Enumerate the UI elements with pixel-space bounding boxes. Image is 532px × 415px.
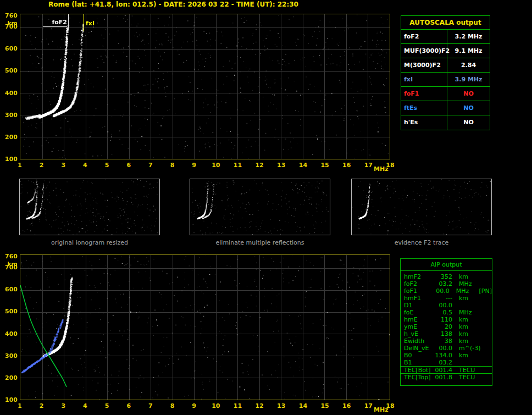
y-axis-unit: km — [3, 261, 18, 268]
aip-row-unit: m^(-3) — [452, 345, 479, 352]
aip-row: hmF1---km — [401, 295, 492, 302]
aip-row-value: 001.8 — [434, 374, 452, 380]
aip-row-note — [479, 330, 492, 337]
aip-row-value: 03.2 — [434, 280, 452, 287]
x-tick-label: 17 — [363, 402, 373, 410]
aip-row-unit: TECU — [452, 374, 479, 380]
aip-row: foF203.2MHz — [401, 280, 492, 287]
x-tick-label: 15 — [320, 402, 330, 410]
x-tick-label: 8 — [168, 162, 178, 169]
aip-row-label: B0 — [404, 352, 434, 359]
panel-evidence-f2-trace — [351, 179, 492, 235]
autoscala-table-title: AUTOSCALA output — [401, 16, 490, 30]
aip-row-unit: km — [452, 295, 479, 302]
aip-table-body: hmF2352kmfoF203.2MHzfoF100.0MHz[PN]hmF1-… — [401, 271, 492, 380]
aip-row-value: 134.0 — [434, 352, 452, 359]
aip-row-label: TEC[Top] — [404, 374, 434, 380]
autoscala-row: fxI3.9 MHz — [401, 73, 490, 87]
scaled-ionogram-plot: foF2 fxI — [20, 14, 390, 159]
x-tick-label: 9 — [189, 162, 199, 169]
aip-row: Ewidth38km — [401, 337, 492, 345]
aip-row-note — [479, 359, 492, 366]
aip-row-value: 352 — [434, 273, 452, 280]
aip-row-note — [479, 273, 492, 280]
x-tick-label: 13 — [276, 402, 286, 410]
profile-ionogram-canvas — [20, 255, 390, 400]
ionogram-screen: Rome (lat: +41.8, lon: 012.5) - DATE: 20… — [0, 0, 532, 415]
autoscala-row: h'EsNO — [401, 115, 490, 130]
x-tick-label: 4 — [80, 162, 90, 169]
aip-row-label: hmE — [404, 316, 434, 323]
autoscala-row-label: fxI — [401, 73, 447, 86]
x-tick-label: 16 — [342, 162, 352, 169]
y-tick-label: 200 — [3, 134, 18, 141]
autoscala-output-table: AUTOSCALA output foF23.2 MHzMUF(3000)F29… — [401, 15, 490, 130]
aip-row-value: 00.0 — [434, 302, 452, 309]
autoscala-row: foF23.2 MHz — [401, 30, 490, 44]
aip-row-note: [PN] — [475, 287, 492, 295]
x-axis-unit: MHz — [374, 165, 389, 173]
aip-row-note — [479, 280, 492, 287]
aip-row-label: DelN_vE — [404, 345, 434, 352]
aip-row-note — [479, 323, 492, 330]
panel-eliminate-reflections — [190, 179, 330, 235]
eliminate-reflections-canvas — [190, 179, 330, 235]
x-tick-label: 8 — [168, 402, 178, 410]
x-tick-label: 3 — [58, 402, 68, 410]
x-tick-label: 14 — [298, 402, 308, 410]
x-tick-label: 7 — [146, 162, 156, 169]
aip-row-label: Ewidth — [404, 337, 434, 345]
x-axis-unit: MHz — [374, 406, 389, 413]
aip-table-title: AIP output — [401, 259, 492, 271]
aip-row-unit: MHz — [452, 309, 479, 316]
aip-row-unit: km — [452, 337, 479, 345]
scaled-ionogram-canvas — [20, 14, 390, 159]
y-tick-label: 300 — [3, 352, 18, 359]
caption-original-ionogram: original ionogram resized — [19, 239, 160, 246]
autoscala-row: MUF(3000)F29.1 MHz — [401, 44, 490, 58]
x-tick-label: 2 — [37, 162, 47, 169]
panel-original-ionogram — [19, 179, 160, 235]
profile-ionogram-plot — [20, 254, 390, 400]
autoscala-row-label: ftEs — [401, 101, 447, 115]
x-tick-label: 2 — [37, 402, 47, 410]
autoscala-row-value: 9.1 MHz — [447, 44, 490, 58]
aip-row-value: 138 — [434, 330, 452, 337]
x-tick-label: 6 — [124, 402, 134, 410]
aip-row-value: 00.0 — [434, 345, 452, 352]
aip-row: D100.0 — [401, 302, 492, 309]
y-tick-label: 600 — [3, 286, 18, 293]
x-tick-label: 12 — [254, 402, 264, 410]
y-tick-label: 760 — [3, 12, 18, 19]
aip-row-unit: km — [452, 330, 479, 337]
aip-row-note — [479, 295, 492, 302]
aip-row-note — [479, 337, 492, 345]
x-tick-label: 7 — [146, 402, 156, 410]
autoscala-row: ftEsNO — [401, 101, 490, 115]
x-tick-label: 4 — [80, 402, 90, 410]
aip-row-unit: TECU — [452, 367, 479, 373]
aip-row-value: 110 — [434, 316, 452, 323]
aip-row: foF100.0MHz[PN] — [401, 287, 492, 295]
x-tick-label: 5 — [102, 162, 112, 169]
aip-row-value: 00.0 — [432, 287, 450, 295]
x-tick-label: 1 — [15, 162, 25, 169]
aip-row-label: B1 — [404, 359, 434, 366]
aip-row-unit: MHz — [452, 280, 479, 287]
aip-row-label: hmF2 — [404, 273, 434, 280]
autoscala-row-value: 3.9 MHz — [447, 73, 490, 86]
aip-row-value: 20 — [434, 323, 452, 330]
autoscala-row-value: NO — [447, 87, 490, 101]
x-tick-label: 5 — [102, 402, 112, 410]
aip-row: TEC[Bot]001.4TECU — [401, 366, 492, 373]
x-tick-label: 6 — [124, 162, 134, 169]
aip-row-label: foF2 — [404, 280, 434, 287]
aip-row: B0134.0km — [401, 352, 492, 359]
aip-row-label: foF1 — [404, 287, 432, 295]
aip-row-note — [479, 345, 492, 352]
x-tick-label: 16 — [342, 402, 352, 410]
aip-row: hmE110km — [401, 316, 492, 323]
aip-row: DelN_vE00.0m^(-3) — [401, 345, 492, 352]
y-tick-label: 400 — [3, 330, 18, 337]
aip-row-value: 0.5 — [434, 309, 452, 316]
